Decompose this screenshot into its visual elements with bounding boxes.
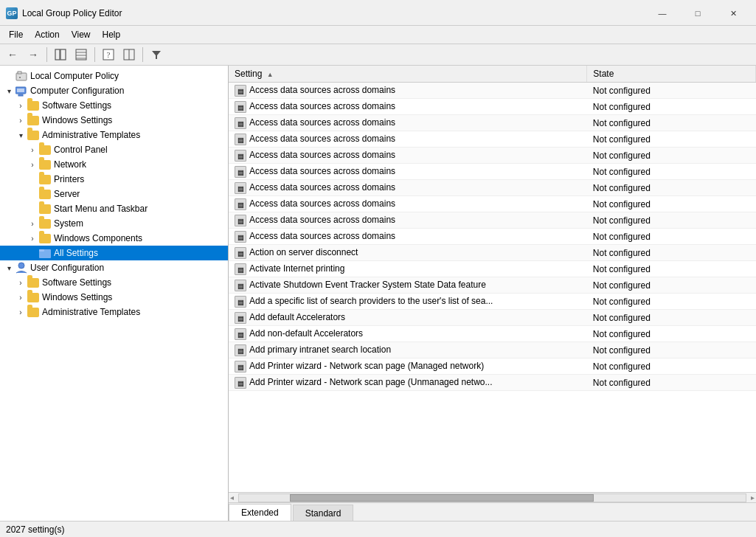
server-icon [38, 188, 52, 200]
control-panel-icon [38, 144, 52, 156]
table-row[interactable]: ▤Access data sources across domainsNot c… [229, 83, 756, 99]
policy-icon: ▤ [235, 117, 246, 129]
toolbar-separator-1 [46, 47, 47, 62]
computer-windows-icon [27, 114, 40, 126]
settings-table[interactable]: Setting ▲ State ▤Access data sources acr… [229, 66, 756, 492]
toolbar-separator-2 [94, 47, 95, 62]
split-button[interactable] [119, 46, 139, 63]
table-row[interactable]: ▤Access data sources across domainsNot c… [229, 131, 756, 148]
tree-start-menu[interactable]: Start Menu and Taskbar [0, 201, 228, 216]
sort-arrow: ▲ [267, 71, 274, 78]
state-column-header[interactable]: State [587, 66, 756, 83]
list-view-button[interactable] [72, 46, 91, 63]
tree-computer-windows[interactable]: › Windows Settings [0, 113, 228, 128]
state-cell: Not configured [587, 148, 756, 164]
table-row[interactable]: ▤Add Printer wizard - Network scan page … [229, 375, 756, 391]
tree-system[interactable]: › System [0, 216, 228, 231]
status-bar: 2027 setting(s) [0, 521, 756, 537]
state-cell: Not configured [587, 83, 756, 99]
network-label: Network [54, 159, 86, 170]
table-row[interactable]: ▤Add Printer wizard - Network scan page … [229, 358, 756, 375]
table-row[interactable]: ▤Access data sources across domainsNot c… [229, 115, 756, 131]
tree-user-config[interactable]: ▾ User Configuration [0, 260, 228, 275]
tree-printers[interactable]: Printers [0, 172, 228, 187]
back-button[interactable]: ← [3, 46, 22, 63]
policy-icon: ▤ [235, 198, 246, 210]
setting-cell: ▤Add Printer wizard - Network scan page … [229, 358, 587, 375]
tree-windows-components[interactable]: › Windows Components [0, 231, 228, 246]
printers-label: Printers [54, 174, 84, 184]
start-menu-label: Start Menu and Taskbar [54, 204, 148, 214]
table-row[interactable]: ▤Add a specific list of search providers… [229, 294, 756, 310]
setting-cell: ▤Access data sources across domains [229, 115, 587, 131]
horizontal-scrollbar[interactable]: ◂ ▸ [229, 492, 756, 502]
scroll-right-arrow[interactable]: ▸ [749, 493, 756, 502]
setting-cell: ▤Access data sources across domains [229, 196, 587, 212]
tree-computer-config[interactable]: ▾ Computer Configuration [0, 83, 228, 98]
filter-button[interactable] [147, 46, 166, 63]
tab-extended[interactable]: Extended [229, 504, 291, 521]
tree-control-panel[interactable]: › Control Panel [0, 142, 228, 157]
root-label: Local Computer Policy [30, 71, 119, 81]
table-row[interactable]: ▤Access data sources across domainsNot c… [229, 164, 756, 180]
tree-computer-software[interactable]: › Software Settings [0, 98, 228, 113]
table-row[interactable]: ▤Access data sources across domainsNot c… [229, 180, 756, 196]
user-admin-label: Administrative Templates [42, 307, 140, 317]
scrollbar-track[interactable] [238, 493, 746, 502]
table-row[interactable]: ▤Add default AcceleratorsNot configured [229, 310, 756, 326]
show-hide-tree-button[interactable] [51, 46, 70, 63]
tree-user-admin[interactable]: › Administrative Templates [0, 305, 228, 319]
computer-software-icon [27, 100, 40, 111]
table-row[interactable]: ▤Add primary intranet search locationNot… [229, 342, 756, 358]
policy-icon: ▤ [235, 182, 246, 194]
tree-all-settings[interactable]: All Settings [0, 246, 228, 260]
setting-cell: ▤Activate Internet printing [229, 261, 587, 277]
svg-rect-13 [19, 77, 21, 78]
setting-cell: ▤Access data sources across domains [229, 212, 587, 229]
title-bar: GP Local Group Policy Editor — □ ✕ [0, 0, 756, 26]
tree-root[interactable]: Local Computer Policy [0, 69, 228, 83]
close-button[interactable]: ✕ [716, 4, 750, 22]
windows-components-icon [38, 232, 52, 244]
tab-standard[interactable]: Standard [293, 505, 354, 521]
help-button[interactable]: ? [99, 46, 118, 63]
system-label: System [54, 218, 83, 229]
setting-cell: ▤Add non-default Accelerators [229, 326, 587, 342]
policy-icon: ▤ [235, 361, 246, 373]
scroll-left-arrow[interactable]: ◂ [229, 493, 235, 502]
toolbar: ← → ? [0, 44, 756, 66]
table-row[interactable]: ▤Access data sources across domainsNot c… [229, 212, 756, 229]
tree-panel: Local Computer Policy ▾ Computer Configu… [0, 66, 229, 521]
control-panel-label: Control Panel [54, 145, 108, 155]
forward-button[interactable]: → [24, 46, 43, 63]
policy-icon: ▤ [235, 296, 246, 308]
table-row[interactable]: ▤Access data sources across domainsNot c… [229, 148, 756, 164]
maximize-button[interactable]: □ [681, 4, 715, 22]
table-row[interactable]: ▤Access data sources across domainsNot c… [229, 99, 756, 115]
tree-user-windows[interactable]: › Windows Settings [0, 290, 228, 305]
menu-help[interactable]: Help [97, 27, 127, 42]
table-row[interactable]: ▤Activate Internet printingNot configure… [229, 261, 756, 277]
menu-file[interactable]: File [3, 27, 29, 42]
tree-server[interactable]: Server [0, 187, 228, 201]
state-cell: Not configured [587, 261, 756, 277]
computer-config-icon [15, 85, 28, 97]
menu-action[interactable]: Action [29, 27, 65, 42]
table-row[interactable]: ▤Action on server disconnectNot configur… [229, 245, 756, 261]
computer-admin-expander: ▾ [15, 131, 27, 139]
setting-column-header[interactable]: Setting ▲ [229, 66, 587, 83]
table-row[interactable]: ▤Activate Shutdown Event Tracker System … [229, 277, 756, 294]
user-windows-icon [27, 291, 40, 303]
tree-user-software[interactable]: › Software Settings [0, 275, 228, 290]
table-row[interactable]: ▤Add non-default AcceleratorsNot configu… [229, 326, 756, 342]
svg-rect-15 [17, 89, 24, 92]
menu-view[interactable]: View [66, 27, 97, 42]
network-icon [38, 159, 52, 170]
tree-computer-admin[interactable]: ▾ Administrative Templates [0, 128, 228, 142]
tree-network[interactable]: › Network [0, 157, 228, 172]
scrollbar-thumb[interactable] [290, 494, 594, 502]
minimize-button[interactable]: — [645, 4, 679, 22]
policy-icon: ▤ [235, 101, 246, 113]
table-row[interactable]: ▤Access data sources across domainsNot c… [229, 229, 756, 245]
table-row[interactable]: ▤Access data sources across domainsNot c… [229, 196, 756, 212]
